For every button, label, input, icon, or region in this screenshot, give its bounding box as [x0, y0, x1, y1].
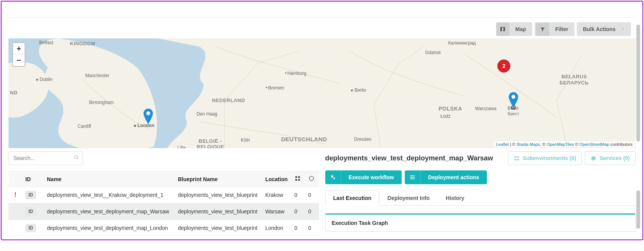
execute-workflow-button[interactable]: Execute workflow [325, 170, 402, 184]
svg-rect-8 [298, 179, 300, 181]
map-label: Lille [177, 145, 185, 148]
map-label: POLSKA [439, 106, 462, 112]
map-icon [496, 23, 509, 36]
services-count-cell: 0 [305, 220, 319, 236]
map-label: Cardiff [78, 124, 91, 129]
svg-rect-15 [410, 175, 415, 176]
map-label: Hamburg [285, 71, 306, 76]
execution-task-graph-panel: Execution Task Graph [325, 213, 636, 232]
table-row[interactable]: IDdeployments_view_test_deployment_map_W… [8, 203, 319, 220]
search-icon [74, 155, 79, 162]
services-button[interactable]: Services (0) [585, 151, 636, 165]
col-name[interactable]: Name [44, 172, 175, 187]
bulk-actions-button[interactable]: Bulk Actions [577, 22, 631, 36]
svg-rect-6 [298, 176, 300, 178]
map-label: БЕЛАРУСЬ [560, 80, 589, 86]
scrollbar[interactable] [636, 25, 641, 237]
error-icon: ! [12, 192, 19, 198]
map-label: BELARUS [561, 74, 587, 79]
map-label: Berlin [350, 88, 366, 93]
name-cell: deployments_view_test_deployment_map_Lon… [44, 220, 175, 236]
map-label: Dresden [354, 137, 371, 142]
table-row[interactable]: IDdeployments_view_test_deployment_map_L… [8, 220, 319, 236]
map-label: BELGIË - [199, 138, 222, 144]
id-cell: ID [22, 187, 44, 203]
svg-point-1 [146, 111, 150, 115]
name-cell: deployments_view_test__Krakow_deployment… [44, 187, 175, 203]
filter-icon [536, 23, 549, 36]
detail-tabs: Last Execution Deployment Info History [325, 190, 636, 206]
subenvironments-button[interactable]: Subenvironments (0) [508, 151, 582, 165]
svg-rect-5 [295, 176, 297, 178]
col-blueprint[interactable]: Blueprint Name [175, 172, 262, 187]
col-subenv-icon[interactable] [291, 172, 305, 187]
zoom-in-button[interactable]: + [13, 43, 25, 54]
map-label: Köln [241, 137, 250, 143]
hamburger-icon [405, 170, 421, 184]
tab-last-execution[interactable]: Last Execution [325, 190, 380, 206]
col-cube-icon[interactable] [305, 172, 319, 187]
search-input[interactable] [8, 151, 83, 165]
map-label: Warszawa [475, 106, 497, 111]
osm-link[interactable]: OpenStreetMap [579, 142, 609, 147]
zoom-out-button[interactable]: − [13, 54, 25, 66]
cube-icon [591, 155, 596, 161]
svg-rect-16 [410, 177, 415, 178]
map-marker-london[interactable] [143, 109, 154, 124]
map-toggle-button[interactable]: Map [496, 22, 532, 36]
services-count-cell: 0 [305, 187, 319, 203]
map-marker-warsaw[interactable] [508, 92, 519, 107]
svg-rect-7 [295, 179, 297, 181]
search-field [8, 151, 83, 165]
location-cell: London [262, 220, 291, 236]
id-cell: ID [22, 220, 44, 236]
leaflet-link[interactable]: Leaflet [496, 142, 509, 147]
subenv-count-cell: 0 [291, 203, 305, 220]
deployment-actions-button[interactable]: Deployment actions [405, 170, 487, 184]
map-label: Birmingham [89, 100, 114, 105]
map-label: Калининград [448, 40, 476, 46]
subenv-count-cell: 0 [291, 187, 305, 203]
map-label: Belfast [39, 40, 53, 45]
filter-toggle-button[interactable]: Filter [535, 22, 574, 36]
col-status[interactable] [8, 172, 22, 187]
services-count-cell: 0 [305, 203, 319, 220]
svg-rect-11 [515, 159, 516, 160]
map-label: NEDERLAND [212, 97, 245, 103]
stadia-link[interactable]: Stadia Maps [517, 142, 540, 147]
id-chip[interactable]: ID [25, 207, 36, 216]
blueprint-cell: deployments_view_test_blueprint [175, 220, 262, 236]
table-row[interactable]: !IDdeployments_view_test__Krakow_deploym… [8, 187, 319, 203]
svg-rect-9 [515, 156, 516, 157]
caret-down-icon [621, 26, 625, 32]
svg-point-3 [74, 155, 78, 159]
location-cell: Warsaw [262, 203, 291, 220]
svg-line-4 [77, 158, 79, 160]
id-chip[interactable]: ID [25, 224, 36, 232]
openmaptiles-link[interactable]: OpenMapTiles [546, 142, 574, 147]
id-chip[interactable]: ID [25, 191, 36, 199]
location-cell: Krakow [262, 187, 291, 203]
blueprint-cell: deployments_view_test_blueprint [175, 187, 262, 203]
svg-rect-17 [410, 178, 415, 179]
tab-history[interactable]: History [438, 190, 472, 206]
col-location[interactable]: Location [262, 172, 291, 187]
name-cell: deployments_view_test_deployment_map_War… [44, 203, 175, 220]
map-label: ND [10, 90, 18, 96]
svg-point-14 [333, 178, 335, 179]
map-cluster-marker[interactable]: 2 [497, 59, 510, 73]
deployments-table: ID Name Blueprint Name Location [8, 171, 319, 236]
status-cell [8, 220, 22, 236]
svg-point-2 [512, 95, 515, 99]
tab-deployment-info[interactable]: Deployment Info [379, 190, 438, 206]
deployments-map[interactable]: Belfast KINGDOM Dublin Manchester Birmin… [8, 38, 636, 148]
col-id[interactable]: ID [22, 172, 44, 187]
blueprint-cell: deployments_view_test_blueprint [175, 203, 262, 220]
map-label: Manchester [85, 73, 109, 78]
status-cell [8, 203, 22, 220]
status-cell: ! [8, 187, 22, 203]
map-label: Den Haag [197, 111, 217, 117]
map-label: Gdańsk [425, 50, 441, 55]
map-attribution: Leaflet | © Stadia Maps, © OpenMapTiles … [494, 141, 635, 147]
map-label: KINGDOM [70, 41, 95, 46]
